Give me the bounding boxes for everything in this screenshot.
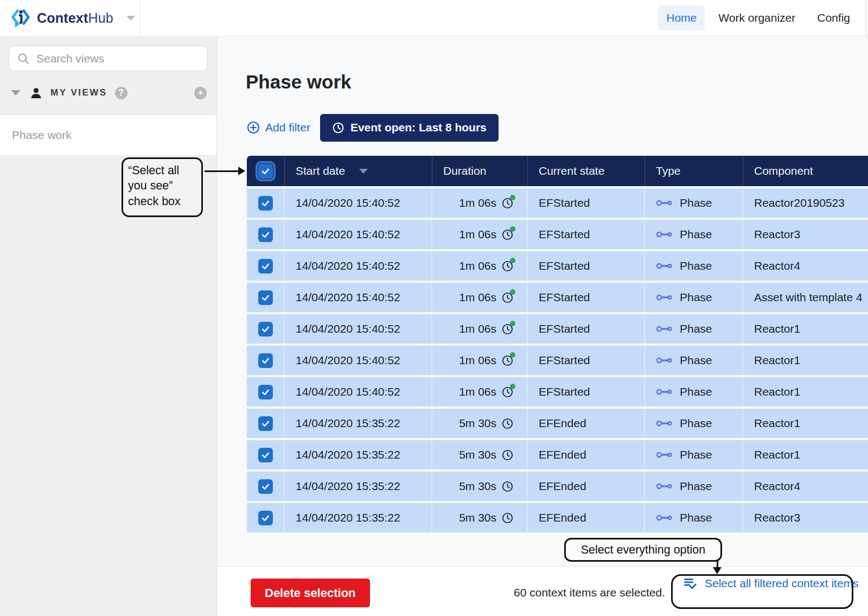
annotation-arrowhead-right	[238, 167, 245, 175]
nav-home[interactable]: Home	[658, 5, 705, 30]
delete-selection-button[interactable]: Delete selection	[251, 579, 370, 607]
phase-type-icon	[656, 514, 673, 522]
duration-clock-icon	[501, 323, 514, 335]
running-indicator	[510, 384, 515, 389]
cell-start-date: 14/04/2020 15:35:22	[285, 472, 432, 501]
cell-current-state: EFEnded	[528, 440, 645, 469]
column-header-current-state[interactable]: Current state	[528, 156, 645, 186]
duration-value: 1m 06s	[459, 322, 496, 335]
nav-config[interactable]: Config	[809, 5, 858, 30]
brand-name: ContextHub	[37, 10, 113, 26]
running-indicator	[510, 289, 515, 295]
collapse-caret-icon[interactable]	[11, 90, 21, 96]
brand-logo[interactable]: ContextHub	[0, 0, 140, 36]
row-checkbox[interactable]	[258, 479, 273, 494]
brand-dropdown-caret-icon[interactable]	[126, 16, 135, 21]
cell-current-state: EFStarted	[528, 283, 645, 312]
type-label: Phase	[680, 354, 712, 367]
annotation-arrowhead-down	[713, 567, 722, 574]
row-checkbox[interactable]	[258, 259, 273, 274]
cell-duration: 5m 30s	[432, 409, 528, 438]
cell-start-date: 14/04/2020 15:40:52	[285, 220, 432, 249]
table-row: 14/04/2020 15:40:52 1m 06s EFStarted Pha…	[247, 346, 868, 375]
table-row: 14/04/2020 15:40:52 1m 06s EFStarted Pha…	[247, 377, 868, 407]
annotation-arrow-to-checkbox	[205, 170, 238, 172]
my-views-section: MY VIEWS ? +	[11, 81, 207, 105]
top-bar: ContextHub Home Work organizer Config	[0, 0, 868, 36]
row-checkbox[interactable]	[258, 511, 273, 525]
cell-duration: 1m 06s	[432, 220, 528, 249]
row-checkbox[interactable]	[258, 227, 273, 242]
cell-duration: 1m 06s	[432, 188, 528, 218]
column-header-type[interactable]: Type	[645, 156, 743, 186]
type-label: Phase	[680, 417, 712, 430]
add-filter-button[interactable]: Add filter	[247, 121, 310, 134]
cell-current-state: EFStarted	[528, 251, 645, 281]
context-hub-logo-icon	[11, 7, 31, 29]
table-row: 14/04/2020 15:40:52 1m 06s EFStarted Pha…	[247, 188, 868, 218]
row-checkbox[interactable]	[258, 196, 273, 211]
sidebar-item-phase-work[interactable]: Phase work	[0, 115, 216, 156]
column-header-duration[interactable]: Duration	[432, 156, 528, 186]
cell-component: Reactor1	[743, 409, 868, 438]
duration-clock-icon	[501, 417, 514, 430]
row-select-cell	[247, 409, 285, 438]
row-checkbox[interactable]	[258, 448, 273, 462]
cell-component: Reactor4	[743, 472, 868, 501]
header-select-cell	[247, 156, 285, 186]
cell-current-state: EFStarted	[528, 346, 645, 375]
duration-clock-icon	[501, 197, 514, 209]
cell-start-date: 14/04/2020 15:35:22	[285, 409, 432, 438]
row-checkbox[interactable]	[258, 353, 273, 368]
cell-component: Reactor1	[743, 440, 868, 469]
duration-clock-icon	[501, 354, 514, 367]
duration-clock-icon	[501, 449, 514, 461]
cell-start-date: 14/04/2020 15:40:52	[285, 377, 432, 407]
row-select-cell	[247, 314, 285, 344]
cell-current-state: EFStarted	[528, 314, 645, 344]
help-icon[interactable]: ?	[115, 87, 127, 99]
cell-type: Phase	[645, 440, 743, 469]
annotation-box-around-link	[671, 574, 853, 609]
phase-type-icon	[656, 262, 673, 270]
row-checkbox[interactable]	[258, 416, 273, 431]
search-views-input[interactable]	[36, 52, 200, 65]
cell-duration: 5m 30s	[432, 440, 528, 469]
column-header-start-date[interactable]: Start date	[285, 156, 432, 186]
column-header-component[interactable]: Component	[743, 156, 868, 186]
row-checkbox[interactable]	[258, 290, 273, 305]
type-label: Phase	[680, 480, 712, 493]
select-all-visible-checkbox[interactable]	[258, 164, 273, 179]
search-views-box[interactable]	[9, 46, 208, 71]
search-icon	[17, 52, 30, 65]
cell-component: Asset with template 4	[743, 283, 868, 312]
running-indicator	[510, 226, 515, 232]
add-view-button[interactable]: +	[194, 87, 207, 99]
cell-current-state: EFStarted	[528, 220, 645, 249]
duration-clock-icon	[501, 291, 514, 304]
selection-count-text: 60 context items are selected.	[514, 586, 665, 599]
cell-duration: 1m 06s	[432, 314, 528, 344]
duration-value: 1m 06s	[459, 291, 496, 304]
annotation-select-everything: Select everything option	[564, 538, 722, 562]
phase-type-icon	[656, 482, 673, 490]
active-filter-chip[interactable]: Event open: Last 8 hours	[320, 114, 499, 142]
type-label: Phase	[680, 228, 712, 241]
nav-work-organizer[interactable]: Work organizer	[710, 5, 803, 30]
row-select-cell	[247, 503, 285, 532]
cell-type: Phase	[645, 346, 743, 375]
person-icon	[29, 86, 43, 100]
phase-type-icon	[656, 451, 673, 459]
phase-type-icon	[656, 231, 673, 238]
duration-value: 5m 30s	[459, 511, 496, 524]
phase-type-icon	[656, 388, 673, 396]
table-header-row: Start date Duration Current state Type C…	[247, 156, 868, 186]
duration-clock-icon	[501, 260, 514, 272]
phase-type-icon	[656, 325, 673, 333]
cell-current-state: EFEnded	[528, 503, 645, 532]
row-checkbox[interactable]	[258, 322, 273, 336]
phase-type-icon	[656, 357, 673, 364]
row-checkbox[interactable]	[258, 385, 273, 399]
running-indicator	[510, 258, 515, 263]
cell-start-date: 14/04/2020 15:40:52	[285, 251, 432, 281]
